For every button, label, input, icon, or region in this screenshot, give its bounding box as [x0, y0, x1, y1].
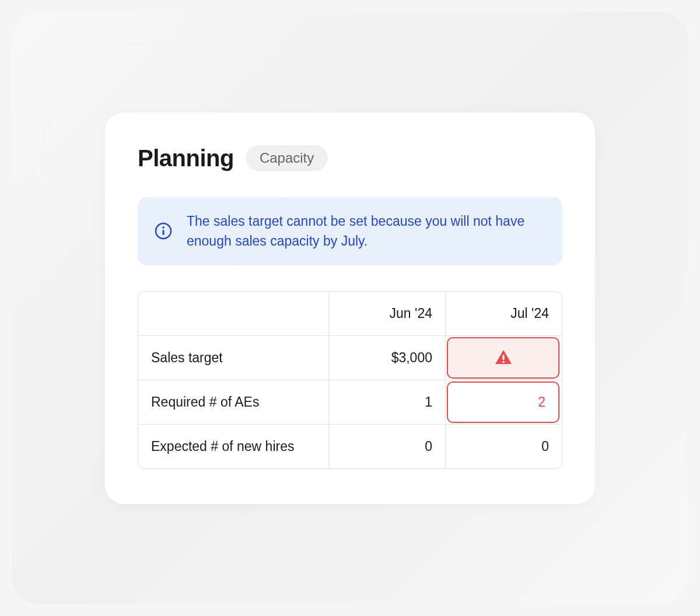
- capacity-table: Jun '24 Jul '24 Sales target $3,000: [138, 291, 562, 469]
- table-header-row: Jun '24 Jul '24: [138, 292, 562, 336]
- error-cell-warning[interactable]: [447, 337, 559, 379]
- table-row: Sales target $3,000: [138, 336, 562, 380]
- info-alert: The sales target cannot be set because y…: [138, 197, 562, 265]
- expected-hires-jul[interactable]: 0: [445, 425, 562, 468]
- column-header-jun: Jun '24: [328, 292, 445, 335]
- svg-rect-3: [502, 355, 504, 360]
- capacity-badge: Capacity: [246, 145, 328, 171]
- page-title: Planning: [138, 145, 234, 172]
- row-label-expected-hires: Expected # of new hires: [138, 425, 328, 468]
- svg-point-0: [156, 223, 171, 239]
- required-aes-jun[interactable]: 1: [328, 380, 445, 424]
- svg-point-4: [502, 361, 505, 363]
- svg-rect-2: [163, 230, 164, 235]
- row-label-sales-target: Sales target: [138, 336, 328, 380]
- planning-card: Planning Capacity The sales target canno…: [105, 113, 595, 504]
- svg-point-1: [162, 226, 164, 229]
- column-header-jul: Jul '24: [445, 292, 562, 335]
- sales-target-jun[interactable]: $3,000: [328, 336, 445, 380]
- sales-target-jul[interactable]: [445, 336, 562, 380]
- expected-hires-jun[interactable]: 0: [328, 425, 445, 468]
- row-label-required-aes: Required # of AEs: [138, 380, 328, 424]
- info-icon: [154, 222, 173, 240]
- alert-message: The sales target cannot be set because y…: [187, 211, 546, 251]
- table-header-empty: [138, 292, 328, 335]
- error-cell-value[interactable]: 2: [447, 382, 559, 423]
- outer-container: Planning Capacity The sales target canno…: [12, 12, 688, 604]
- required-aes-jul[interactable]: 2: [445, 380, 562, 424]
- card-header: Planning Capacity: [138, 145, 562, 172]
- table-row: Required # of AEs 1 2: [138, 380, 562, 425]
- warning-triangle-icon: [494, 348, 513, 368]
- table-row: Expected # of new hires 0 0: [138, 425, 562, 468]
